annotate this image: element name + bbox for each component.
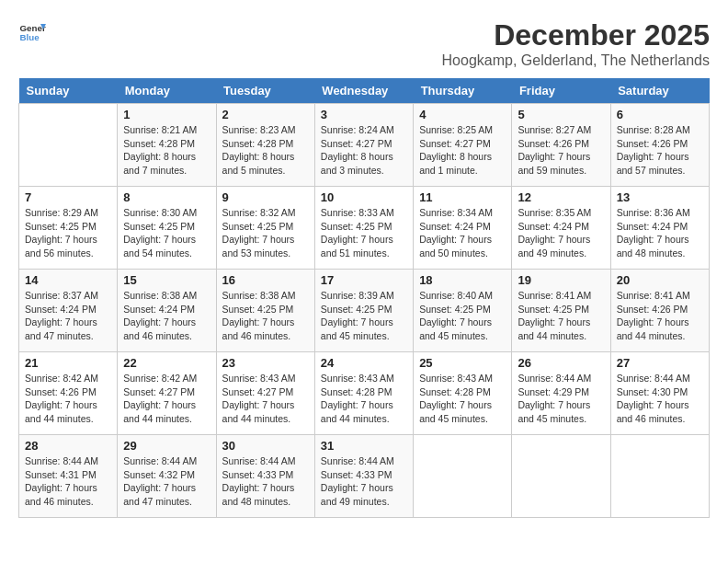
day-number: 5 xyxy=(518,108,604,121)
calendar-cell: 16Sunrise: 8:38 AM Sunset: 4:25 PM Dayli… xyxy=(216,270,314,352)
logo-icon: General Blue xyxy=(18,18,46,46)
day-number: 25 xyxy=(419,356,506,370)
day-info: Sunrise: 8:43 AM Sunset: 4:28 PM Dayligh… xyxy=(321,372,407,426)
calendar-cell: 25Sunrise: 8:43 AM Sunset: 4:28 PM Dayli… xyxy=(414,352,512,435)
day-info: Sunrise: 8:40 AM Sunset: 4:25 PM Dayligh… xyxy=(419,289,506,343)
header-friday: Friday xyxy=(512,78,610,104)
day-number: 23 xyxy=(222,356,309,370)
calendar-cell: 10Sunrise: 8:33 AM Sunset: 4:25 PM Dayli… xyxy=(314,187,413,270)
day-info: Sunrise: 8:42 AM Sunset: 4:26 PM Dayligh… xyxy=(25,372,111,426)
day-number: 13 xyxy=(617,190,703,204)
calendar-cell: 19Sunrise: 8:41 AM Sunset: 4:25 PM Dayli… xyxy=(512,270,610,352)
day-number: 12 xyxy=(518,190,604,204)
calendar-cell: 6Sunrise: 8:28 AM Sunset: 4:26 PM Daylig… xyxy=(610,104,709,187)
calendar-cell: 14Sunrise: 8:37 AM Sunset: 4:24 PM Dayli… xyxy=(19,270,118,352)
day-number: 17 xyxy=(321,273,407,287)
day-info: Sunrise: 8:44 AM Sunset: 4:29 PM Dayligh… xyxy=(518,372,604,426)
svg-text:Blue: Blue xyxy=(20,32,40,42)
day-info: Sunrise: 8:43 AM Sunset: 4:27 PM Dayligh… xyxy=(222,372,309,426)
day-info: Sunrise: 8:44 AM Sunset: 4:33 PM Dayligh… xyxy=(222,454,309,509)
calendar-cell: 2Sunrise: 8:23 AM Sunset: 4:28 PM Daylig… xyxy=(216,104,314,187)
day-number: 30 xyxy=(222,439,309,453)
day-number: 7 xyxy=(25,190,111,204)
calendar-cell: 12Sunrise: 8:35 AM Sunset: 4:24 PM Dayli… xyxy=(512,187,610,270)
calendar-cell: 27Sunrise: 8:44 AM Sunset: 4:30 PM Dayli… xyxy=(610,352,709,435)
calendar-cell: 21Sunrise: 8:42 AM Sunset: 4:26 PM Dayli… xyxy=(19,352,118,435)
day-info: Sunrise: 8:36 AM Sunset: 4:24 PM Dayligh… xyxy=(617,206,703,260)
calendar-cell: 28Sunrise: 8:44 AM Sunset: 4:31 PM Dayli… xyxy=(19,435,118,518)
day-info: Sunrise: 8:34 AM Sunset: 4:24 PM Dayligh… xyxy=(419,206,506,260)
day-info: Sunrise: 8:32 AM Sunset: 4:25 PM Dayligh… xyxy=(222,206,309,260)
day-number: 27 xyxy=(617,356,703,370)
calendar-cell: 26Sunrise: 8:44 AM Sunset: 4:29 PM Dayli… xyxy=(512,352,610,435)
day-info: Sunrise: 8:38 AM Sunset: 4:24 PM Dayligh… xyxy=(123,289,210,343)
month-title: December 2025 xyxy=(442,18,710,52)
header-thursday: Thursday xyxy=(414,78,512,104)
day-info: Sunrise: 8:41 AM Sunset: 4:26 PM Dayligh… xyxy=(617,289,703,343)
calendar-header-row: SundayMondayTuesdayWednesdayThursdayFrid… xyxy=(19,78,710,104)
calendar-cell: 5Sunrise: 8:27 AM Sunset: 4:26 PM Daylig… xyxy=(512,104,610,187)
week-row-2: 7Sunrise: 8:29 AM Sunset: 4:25 PM Daylig… xyxy=(19,187,710,270)
page-header: General Blue December 2025 Hoogkamp, Gel… xyxy=(18,18,710,69)
day-info: Sunrise: 8:44 AM Sunset: 4:30 PM Dayligh… xyxy=(617,372,703,426)
day-info: Sunrise: 8:39 AM Sunset: 4:25 PM Dayligh… xyxy=(321,289,407,343)
day-number: 26 xyxy=(518,356,604,370)
day-info: Sunrise: 8:44 AM Sunset: 4:33 PM Dayligh… xyxy=(321,454,407,509)
calendar-cell: 8Sunrise: 8:30 AM Sunset: 4:25 PM Daylig… xyxy=(118,187,216,270)
day-number: 31 xyxy=(321,439,407,453)
calendar-cell: 4Sunrise: 8:25 AM Sunset: 4:27 PM Daylig… xyxy=(414,104,512,187)
day-info: Sunrise: 8:42 AM Sunset: 4:27 PM Dayligh… xyxy=(123,372,210,426)
day-info: Sunrise: 8:30 AM Sunset: 4:25 PM Dayligh… xyxy=(123,206,210,260)
location-title: Hoogkamp, Gelderland, The Netherlands xyxy=(442,52,710,69)
day-number: 8 xyxy=(123,190,210,204)
week-row-3: 14Sunrise: 8:37 AM Sunset: 4:24 PM Dayli… xyxy=(19,270,710,352)
calendar-cell: 3Sunrise: 8:24 AM Sunset: 4:27 PM Daylig… xyxy=(314,104,413,187)
day-number: 16 xyxy=(222,273,309,287)
header-saturday: Saturday xyxy=(610,78,709,104)
header-monday: Monday xyxy=(118,78,216,104)
calendar-cell xyxy=(414,435,512,518)
calendar-cell: 18Sunrise: 8:40 AM Sunset: 4:25 PM Dayli… xyxy=(414,270,512,352)
calendar-cell: 20Sunrise: 8:41 AM Sunset: 4:26 PM Dayli… xyxy=(610,270,709,352)
day-info: Sunrise: 8:21 AM Sunset: 4:28 PM Dayligh… xyxy=(123,123,210,178)
calendar-cell: 15Sunrise: 8:38 AM Sunset: 4:24 PM Dayli… xyxy=(118,270,216,352)
calendar-cell: 17Sunrise: 8:39 AM Sunset: 4:25 PM Dayli… xyxy=(314,270,413,352)
day-info: Sunrise: 8:29 AM Sunset: 4:25 PM Dayligh… xyxy=(25,206,111,260)
day-number: 11 xyxy=(419,190,506,204)
day-info: Sunrise: 8:33 AM Sunset: 4:25 PM Dayligh… xyxy=(321,206,407,260)
day-info: Sunrise: 8:44 AM Sunset: 4:32 PM Dayligh… xyxy=(123,454,210,509)
day-info: Sunrise: 8:44 AM Sunset: 4:31 PM Dayligh… xyxy=(25,454,111,509)
calendar-cell: 13Sunrise: 8:36 AM Sunset: 4:24 PM Dayli… xyxy=(610,187,709,270)
day-number: 22 xyxy=(123,356,210,370)
day-info: Sunrise: 8:37 AM Sunset: 4:24 PM Dayligh… xyxy=(25,289,111,343)
day-number: 3 xyxy=(321,108,407,121)
day-number: 14 xyxy=(25,273,111,287)
calendar-cell: 24Sunrise: 8:43 AM Sunset: 4:28 PM Dayli… xyxy=(314,352,413,435)
header-tuesday: Tuesday xyxy=(216,78,314,104)
day-number: 21 xyxy=(25,356,111,370)
title-section: December 2025 Hoogkamp, Gelderland, The … xyxy=(442,18,710,69)
day-number: 4 xyxy=(419,108,506,121)
day-number: 6 xyxy=(617,108,703,121)
week-row-1: 1Sunrise: 8:21 AM Sunset: 4:28 PM Daylig… xyxy=(19,104,710,187)
day-number: 15 xyxy=(123,273,210,287)
day-number: 28 xyxy=(25,439,111,453)
calendar-cell: 31Sunrise: 8:44 AM Sunset: 4:33 PM Dayli… xyxy=(314,435,413,518)
day-info: Sunrise: 8:27 AM Sunset: 4:26 PM Dayligh… xyxy=(518,123,604,178)
week-row-5: 28Sunrise: 8:44 AM Sunset: 4:31 PM Dayli… xyxy=(19,435,710,518)
day-info: Sunrise: 8:24 AM Sunset: 4:27 PM Dayligh… xyxy=(321,123,407,178)
day-number: 19 xyxy=(518,273,604,287)
day-number: 1 xyxy=(123,108,210,121)
day-info: Sunrise: 8:28 AM Sunset: 4:26 PM Dayligh… xyxy=(617,123,703,178)
calendar-cell: 30Sunrise: 8:44 AM Sunset: 4:33 PM Dayli… xyxy=(216,435,314,518)
day-info: Sunrise: 8:43 AM Sunset: 4:28 PM Dayligh… xyxy=(419,372,506,426)
calendar-cell: 23Sunrise: 8:43 AM Sunset: 4:27 PM Dayli… xyxy=(216,352,314,435)
day-number: 24 xyxy=(321,356,407,370)
calendar-cell: 29Sunrise: 8:44 AM Sunset: 4:32 PM Dayli… xyxy=(118,435,216,518)
day-number: 29 xyxy=(123,439,210,453)
calendar-table: SundayMondayTuesdayWednesdayThursdayFrid… xyxy=(18,78,710,518)
day-number: 18 xyxy=(419,273,506,287)
calendar-cell: 22Sunrise: 8:42 AM Sunset: 4:27 PM Dayli… xyxy=(118,352,216,435)
calendar-cell xyxy=(610,435,709,518)
calendar-cell: 1Sunrise: 8:21 AM Sunset: 4:28 PM Daylig… xyxy=(118,104,216,187)
